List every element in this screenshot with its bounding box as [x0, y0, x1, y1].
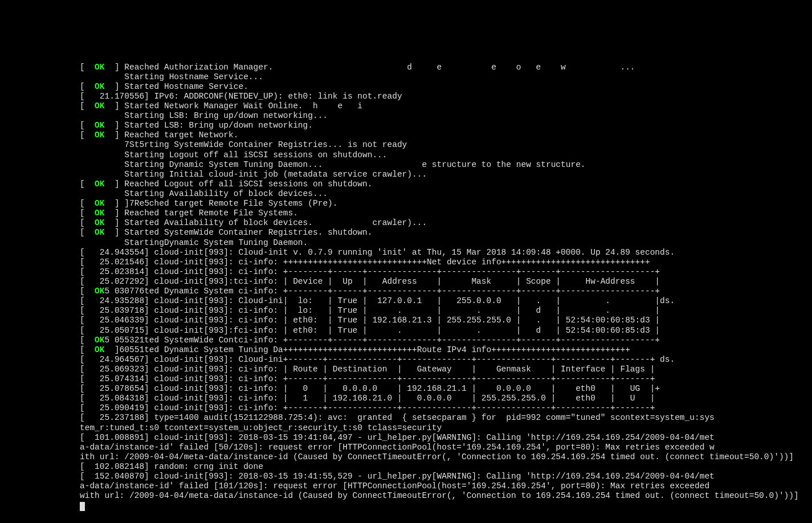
cursor [80, 502, 85, 511]
terminal-output: [ OK ] Reached Authorization Manager. d … [0, 49, 812, 511]
